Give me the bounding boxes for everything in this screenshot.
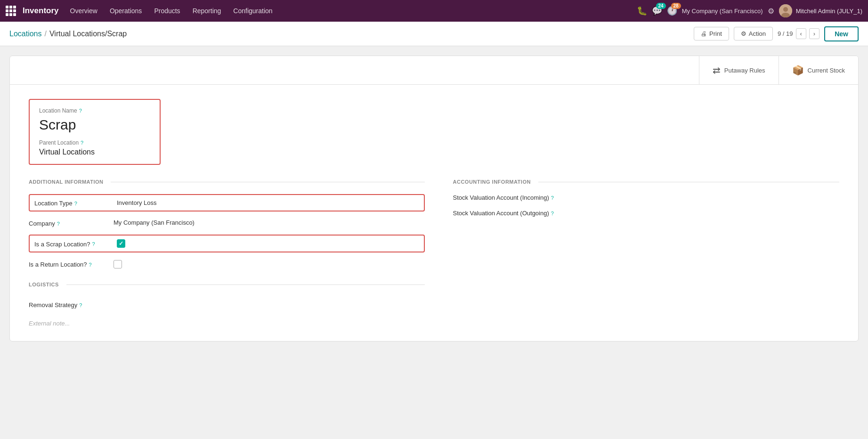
two-column-layout: ADDITIONAL INFORMATION Location Type ? I… (29, 179, 839, 327)
nav-products[interactable]: Products (149, 4, 185, 17)
logistics-divider: LOGISTICS (29, 282, 425, 287)
breadcrumb-current: Virtual Locations/Scrap (49, 30, 127, 38)
company-value: My Company (San Francisco) (114, 219, 425, 226)
is-scrap-help-icon[interactable]: ? (92, 241, 95, 247)
external-note[interactable]: External note... (29, 320, 425, 327)
pagination: 9 / 19 ‹ › (778, 28, 819, 39)
parent-location-label: Parent Location ? (39, 139, 150, 146)
app-name: Inventory (23, 6, 59, 16)
location-name-section: Location Name ? Scrap Parent Location ? … (29, 99, 161, 165)
left-column: ADDITIONAL INFORMATION Location Type ? I… (29, 179, 425, 327)
print-button[interactable]: 🖨 Print (694, 27, 729, 41)
is-scrap-label: Is a Scrap Location? ? (34, 240, 117, 248)
is-return-label: Is a Return Location? ? (29, 260, 114, 268)
activity-badge[interactable]: 🕐 28 (667, 6, 677, 16)
stock-val-incoming-field: Stock Valuation Account (Incoming) ? (453, 194, 840, 201)
nav-operations[interactable]: Operations (105, 4, 146, 17)
is-scrap-field: Is a Scrap Location? ? (29, 235, 425, 252)
location-name-label: Location Name ? (39, 107, 150, 114)
grid-icon (6, 6, 16, 16)
activity-count: 28 (671, 3, 681, 9)
top-navigation: Inventory Overview Operations Products R… (0, 0, 868, 22)
accounting-divider: ACCOUNTING INFORMATION (453, 179, 840, 185)
stock-val-incoming-label: Stock Valuation Account (Incoming) ? (453, 194, 840, 201)
gear-icon: ⚙ (741, 30, 746, 37)
printer-icon: 🖨 (701, 30, 707, 37)
action-button[interactable]: ⚙ Action (734, 27, 773, 41)
company-help-icon[interactable]: ? (57, 221, 60, 227)
additional-info-label: ADDITIONAL INFORMATION (29, 179, 103, 185)
breadcrumb-separator: / (45, 30, 47, 38)
is-return-help-icon[interactable]: ? (89, 262, 92, 268)
logistics-section: LOGISTICS Removal Strategy ? External no… (29, 282, 425, 327)
company-name: My Company (San Francisco) (682, 8, 763, 15)
user-name: Mitchell Admin (JULY_1) (796, 8, 862, 15)
svg-point-1 (783, 7, 788, 12)
breadcrumb-actions: 🖨 Print ⚙ Action 9 / 19 ‹ › New (694, 26, 859, 41)
is-return-checkbox[interactable] (114, 260, 122, 268)
prev-button[interactable]: ‹ (796, 28, 806, 39)
is-return-field: Is a Return Location? ? (29, 256, 425, 272)
location-name-help-icon[interactable]: ? (79, 108, 82, 114)
putaway-rules-button[interactable]: ⇄ Putaway Rules (699, 56, 779, 84)
parent-location-help-icon[interactable]: ? (81, 140, 83, 146)
stock-val-outgoing-field: Stock Valuation Account (Outgoing) ? (453, 210, 840, 217)
is-scrap-checkbox[interactable] (117, 239, 125, 248)
nav-reporting[interactable]: Reporting (188, 4, 226, 17)
accounting-label: ACCOUNTING INFORMATION (453, 179, 531, 185)
user-menu[interactable]: Mitchell Admin (JULY_1) (779, 4, 862, 17)
new-button[interactable]: New (824, 26, 859, 41)
breadcrumb-parent[interactable]: Locations (9, 30, 42, 38)
accounting-line (538, 182, 839, 182)
company-label: Company ? (29, 219, 114, 227)
form-body: Location Name ? Scrap Parent Location ? … (10, 85, 858, 341)
stock-val-outgoing-help-icon[interactable]: ? (551, 211, 554, 216)
company-field: Company ? My Company (San Francisco) (29, 215, 425, 231)
location-name-value: Scrap (39, 117, 150, 133)
topnav-icons: 🐛 💬 24 🕐 28 My Company (San Francisco) ⚙… (637, 4, 862, 17)
card-topbar: ⇄ Putaway Rules 📦 Current Stock (10, 56, 858, 85)
breadcrumb-bar: Locations / Virtual Locations/Scrap 🖨 Pr… (0, 22, 868, 46)
current-stock-button[interactable]: 📦 Current Stock (779, 56, 858, 84)
nav-overview[interactable]: Overview (65, 4, 102, 17)
app-logo[interactable]: Inventory (6, 6, 59, 16)
location-type-help-icon[interactable]: ? (74, 201, 77, 206)
breadcrumb: Locations / Virtual Locations/Scrap (9, 30, 127, 38)
chat-badge[interactable]: 💬 24 (652, 6, 662, 16)
removal-strategy-field: Removal Strategy ? (29, 297, 425, 312)
chat-count: 24 (656, 3, 666, 9)
stock-val-incoming-help-icon[interactable]: ? (551, 195, 554, 201)
additional-info-divider: ADDITIONAL INFORMATION (29, 179, 425, 185)
next-button[interactable]: › (809, 28, 819, 39)
location-type-value: Inventory Loss (117, 199, 419, 206)
pagination-text: 9 / 19 (778, 30, 793, 37)
stock-val-outgoing-label: Stock Valuation Account (Outgoing) ? (453, 210, 840, 217)
removal-strategy-label: Removal Strategy ? (29, 301, 114, 309)
putaway-icon: ⇄ (713, 65, 721, 76)
logistics-line (66, 285, 425, 285)
settings-icon[interactable]: ⚙ (768, 7, 774, 16)
main-content: ⇄ Putaway Rules 📦 Current Stock Location… (0, 46, 868, 438)
location-type-field: Location Type ? Inventory Loss (29, 194, 425, 211)
form-card: ⇄ Putaway Rules 📦 Current Stock Location… (9, 56, 859, 341)
logistics-label: LOGISTICS (29, 282, 59, 287)
removal-strategy-help-icon[interactable]: ? (79, 302, 82, 308)
right-column: ACCOUNTING INFORMATION Stock Valuation A… (444, 179, 840, 327)
nav-configuration[interactable]: Configuration (228, 4, 277, 17)
avatar (779, 4, 792, 17)
location-type-label: Location Type ? (34, 199, 117, 207)
section-line (111, 182, 424, 182)
stock-icon: 📦 (792, 65, 804, 76)
parent-location-value: Virtual Locations (39, 148, 150, 156)
bug-icon-btn[interactable]: 🐛 (637, 6, 647, 16)
